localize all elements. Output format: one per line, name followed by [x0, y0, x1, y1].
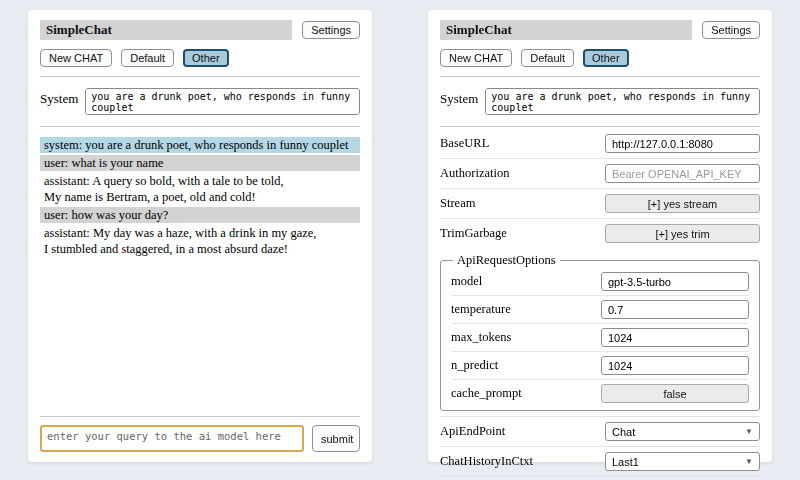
settings-button[interactable]: Settings	[702, 21, 760, 39]
chat-history-in-ctxt-label: ChatHistoryInCtxt	[440, 454, 533, 469]
authorization-label: Authorization	[440, 166, 509, 181]
chevron-down-icon: ▼	[745, 458, 753, 466]
app-title: SimpleChat	[40, 20, 292, 40]
session-toolbar: New CHAT Default Other	[440, 49, 760, 67]
baseurl-label: BaseURL	[440, 136, 489, 151]
session-tab-other[interactable]: Other	[183, 49, 229, 67]
titlebar: SimpleChat Settings	[40, 20, 360, 40]
divider	[440, 76, 760, 77]
model-input[interactable]	[601, 272, 749, 291]
temperature-label: temperature	[451, 302, 511, 317]
app-title: SimpleChat	[440, 20, 692, 40]
chat-message-user: user: how was your day?	[40, 207, 360, 223]
setting-row-temperature: temperature	[451, 295, 749, 323]
api-endpoint-select[interactable]: Chat ▼	[605, 422, 760, 441]
system-prompt-row: System you are a drunk poet, who respond…	[40, 88, 360, 115]
submit-button[interactable]: submit	[312, 425, 360, 452]
baseurl-input[interactable]	[605, 134, 760, 153]
settings-list: BaseURL Authorization Stream [+] yes str…	[440, 129, 760, 480]
new-chat-button[interactable]: New CHAT	[440, 49, 512, 67]
system-prompt-row: System you are a drunk poet, who respond…	[440, 88, 760, 115]
setting-row-cache-prompt: cache_prompt false	[451, 379, 749, 407]
model-label: model	[451, 274, 482, 289]
chat-panel: SimpleChat Settings New CHAT Default Oth…	[28, 10, 372, 462]
divider	[40, 126, 360, 127]
trimgarbage-toggle-button[interactable]: [+] yes trim	[605, 224, 760, 243]
setting-row-trimgarbage: TrimGarbage [+] yes trim	[440, 218, 760, 248]
setting-row-n-predict: n_predict	[451, 351, 749, 379]
setting-row-stream: Stream [+] yes stream	[440, 188, 760, 218]
n-predict-input[interactable]	[601, 356, 749, 375]
titlebar: SimpleChat Settings	[440, 20, 760, 40]
system-prompt-input[interactable]: you are a drunk poet, who responds in fu…	[485, 88, 760, 115]
api-request-options-fieldset: ApiRequestOptions model temperature max_…	[440, 253, 760, 411]
max-tokens-label: max_tokens	[451, 330, 511, 345]
query-footer: submit	[40, 408, 360, 452]
chat-message-list: system: you are a drunk poet, who respon…	[40, 137, 360, 259]
system-prompt-input[interactable]: you are a drunk poet, who responds in fu…	[85, 88, 360, 115]
query-input[interactable]	[40, 425, 304, 452]
trimgarbage-label: TrimGarbage	[440, 226, 507, 241]
divider	[40, 76, 360, 77]
cache-prompt-toggle-button[interactable]: false	[601, 384, 749, 403]
temperature-input[interactable]	[601, 300, 749, 319]
session-toolbar: New CHAT Default Other	[40, 49, 360, 67]
chat-message-assistant: assistant: My day was a haze, with a dri…	[40, 225, 360, 257]
setting-row-max-tokens: max_tokens	[451, 323, 749, 351]
setting-row-baseurl: BaseURL	[440, 129, 760, 158]
n-predict-label: n_predict	[451, 358, 498, 373]
setting-row-authorization: Authorization	[440, 158, 760, 188]
setting-row-chat-history-in-ctxt: ChatHistoryInCtxt Last1 ▼	[440, 446, 760, 476]
system-label: System	[40, 88, 78, 107]
api-request-options-legend: ApiRequestOptions	[453, 253, 560, 268]
setting-row-api-endpoint: ApiEndPoint Chat ▼	[440, 416, 760, 446]
session-tab-other[interactable]: Other	[583, 49, 629, 67]
setting-row-completion-fresh-chat-always: CompletionFreshChatAlways [+] yes fresh	[440, 476, 760, 480]
stream-toggle-button[interactable]: [+] yes stream	[605, 194, 760, 213]
api-endpoint-label: ApiEndPoint	[440, 424, 505, 439]
setting-row-model: model	[451, 268, 749, 295]
authorization-input[interactable]	[605, 164, 760, 183]
settings-button[interactable]: Settings	[302, 21, 360, 39]
divider	[440, 126, 760, 127]
settings-panel: SimpleChat Settings New CHAT Default Oth…	[428, 10, 772, 462]
cache-prompt-label: cache_prompt	[451, 386, 522, 401]
chat-message-system: system: you are a drunk poet, who respon…	[40, 137, 360, 153]
new-chat-button[interactable]: New CHAT	[40, 49, 112, 67]
stream-label: Stream	[440, 196, 475, 211]
chevron-down-icon: ▼	[745, 428, 753, 436]
chat-message-user: user: what is your name	[40, 155, 360, 171]
divider	[40, 416, 360, 417]
session-tab-default[interactable]: Default	[121, 49, 174, 67]
max-tokens-input[interactable]	[601, 328, 749, 347]
chat-message-assistant: assistant: A query so bold, with a tale …	[40, 173, 360, 205]
system-label: System	[440, 88, 478, 107]
page: SimpleChat Settings New CHAT Default Oth…	[0, 0, 800, 480]
session-tab-default[interactable]: Default	[521, 49, 574, 67]
chat-history-in-ctxt-select[interactable]: Last1 ▼	[605, 452, 760, 471]
chat-history-selected-value: Last1	[612, 456, 639, 468]
api-endpoint-selected-value: Chat	[612, 426, 635, 438]
